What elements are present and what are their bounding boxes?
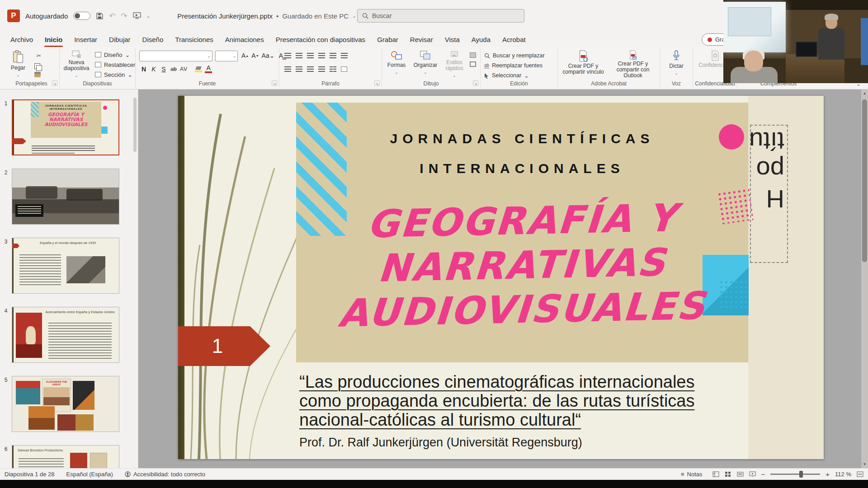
zoom-slider-thumb[interactable] [799,471,803,478]
zoom-level[interactable]: 112 % [835,471,851,478]
arrange-button[interactable]: Organizar ⌄ [411,48,440,79]
align-center-button[interactable] [294,65,303,73]
tab-transiciones[interactable]: Transiciones [169,32,219,47]
notes-button[interactable]: ≡ Notas [681,471,703,478]
slide-quote-text[interactable]: “Las producciones cinematográficas inter… [299,372,733,429]
tab-grabar[interactable]: Grabar [371,32,404,47]
align-left-button[interactable] [283,65,292,73]
format-painter-button[interactable] [34,72,41,77]
slide-author-text[interactable]: Prof. Dr. Ralf Junkerjürgen (Universität… [299,436,582,450]
select-button[interactable]: Seleccionar ⌄ [484,71,529,80]
clipboard-dialog-launcher[interactable]: ↘ [52,80,57,86]
accessibility-button[interactable]: Accesibilidad: todo correcto [125,471,205,478]
tab-revisar[interactable]: Revisar [404,32,439,47]
tab-insertar[interactable]: Insertar [68,32,103,47]
tab-acrobat[interactable]: Acrobat [496,32,532,47]
create-pdf-outlook-button[interactable]: Crear PDF y compartir con Outlook [609,48,657,79]
font-name-combo[interactable]: ⌄ [139,51,212,61]
copy-button[interactable] [34,63,40,69]
shape-outline-button[interactable] [470,61,476,67]
zoom-slider[interactable] [770,474,820,475]
underline-button[interactable]: S [159,64,168,74]
tab-presentacion-con-diapositivas[interactable]: Presentación con diapositivas [270,32,371,47]
quick-access-chevron-icon[interactable]: ⌄ [146,14,150,19]
change-case-button[interactable]: Aa⌄ [261,51,276,61]
search-input[interactable] [372,12,519,19]
italic-button[interactable]: K [149,64,158,74]
dictate-button[interactable]: Dictar ⌄ [663,48,690,79]
autosave-toggle[interactable] [73,12,90,20]
text-highlight-button[interactable] [194,64,203,74]
slide-6-thumbnail[interactable]: Samuel Bronston Productions: [12,445,119,468]
tab-diseno[interactable]: Diseño [137,32,170,47]
font-size-combo[interactable]: ⌄ [215,51,238,61]
search-box[interactable] [357,9,524,23]
empty-text-placeholder[interactable]: H po títu [750,125,788,263]
zoom-in-button[interactable]: + [826,470,830,478]
line-spacing-button[interactable] [328,52,337,60]
tab-dibujar[interactable]: Dibujar [103,32,137,47]
grow-font-button[interactable]: A▲ [241,51,250,61]
reset-button[interactable]: Restablecer [95,60,135,69]
slide-1-thumbnail[interactable]: JORNADAS CIENTÍFICAS INTERNACIONALES GEO… [12,99,119,155]
powerpoint-logo-icon[interactable]: P [7,9,20,22]
font-dialog-launcher[interactable]: ↘ [272,80,277,86]
tab-vista[interactable]: Vista [439,32,466,47]
slide-main-title[interactable]: GEOGRAFÍA Y NARRATIVAS AUDIOVISUALES [296,199,748,332]
numbering-button[interactable] [294,52,303,60]
tab-animaciones[interactable]: Animaciones [219,32,270,47]
language-button[interactable]: Español (España) [66,471,113,478]
slide-sorter-view-button[interactable] [725,471,731,477]
slide-1-editor[interactable]: H po títu JORNADAS CIENTÍFICAS INTERNACI… [178,96,824,459]
find-replace-button[interactable]: Buscar y reemplazar [484,51,545,60]
text-direction-button[interactable] [340,52,349,60]
justify-button[interactable] [317,65,326,73]
bold-button[interactable]: N [139,64,148,74]
slide-5-thumbnail[interactable]: ALEXANDER THE GREAT [12,376,119,432]
replace-fonts-button[interactable]: ab Reemplazar fuentes [484,61,542,70]
align-right-button[interactable] [306,65,315,73]
tab-ayuda[interactable]: Ayuda [466,32,496,47]
normal-view-button[interactable] [712,471,719,477]
canvas-scrollbar-thumb[interactable] [862,99,867,262]
scrollbar-up-icon[interactable]: ▲ [861,91,868,95]
slide-number-banner[interactable]: 1 [178,326,270,366]
drawing-dialog-launcher[interactable]: ↘ [473,80,478,86]
section-button[interactable]: Sección⌄ [95,70,135,79]
canvas-scrollbar[interactable]: ▲ ▼ [861,89,868,468]
layout-button[interactable]: Diseño⌄ [95,50,135,59]
slide-4-thumbnail[interactable]: Acercamiento entre España y Estados Unid… [12,307,119,363]
thumbnail-scrollbar-thumb[interactable] [133,98,137,152]
slideshow-view-button[interactable] [749,471,756,477]
shapes-button[interactable]: Formas ⌄ [384,48,409,79]
redo-button[interactable]: ↷ [121,11,127,21]
convert-smartart-button[interactable] [340,65,349,73]
document-title[interactable]: Presentación Junkerjürgen.pptx • Guardad… [177,12,356,20]
slide-kicker-text[interactable]: JORNADAS CIENTÍFICAS INTERNACIONALES [296,124,748,183]
columns-button[interactable] [328,65,337,73]
reading-view-button[interactable] [737,471,744,477]
decrease-indent-button[interactable] [306,52,315,60]
increase-indent-button[interactable] [317,52,326,60]
character-spacing-button[interactable]: AV [179,64,189,74]
shrink-font-button[interactable]: A▼ [250,51,259,61]
slide-2-thumbnail[interactable] [12,169,119,225]
bullets-button[interactable] [283,52,292,60]
tab-inicio[interactable]: Inicio [39,32,68,47]
create-pdf-link-button[interactable]: Crear PDF y compartir vínculo [561,48,606,79]
tab-archivo[interactable]: Archivo [5,32,39,47]
font-color-button[interactable]: A [204,64,213,74]
slide-3-thumbnail[interactable]: España y el mundo después de 1939 [12,238,119,294]
zoom-out-button[interactable]: − [761,470,765,478]
quick-styles-button[interactable]: Estilos rápidos ⌄ [442,48,467,79]
new-slide-button[interactable]: Nueva diapositiva ⌄ [61,48,91,79]
fit-to-window-button[interactable] [857,471,863,477]
undo-button[interactable]: ↶ [109,11,115,21]
paste-button[interactable]: Pegar ⌄ [5,48,31,79]
thumbnail-scrollbar[interactable] [132,91,137,466]
shape-fill-button[interactable] [470,52,476,58]
paragraph-dialog-launcher[interactable]: ↘ [374,80,380,86]
save-button[interactable] [96,12,104,20]
scrollbar-down-icon[interactable]: ▼ [861,462,868,466]
cut-button[interactable]: ✂ [34,51,43,61]
